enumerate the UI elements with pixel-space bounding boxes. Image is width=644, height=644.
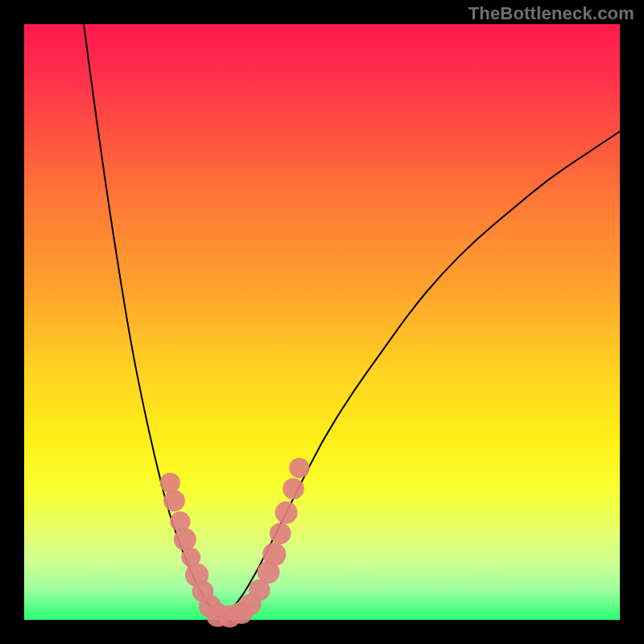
data-marker: [163, 490, 185, 512]
data-marker: [275, 502, 298, 524]
chart-svg: [24, 24, 620, 620]
data-marker: [283, 478, 304, 500]
data-marker: [289, 458, 309, 478]
data-marker: [174, 528, 196, 551]
data-marker: [262, 543, 286, 566]
marker-group: [160, 458, 310, 628]
data-marker: [270, 522, 291, 544]
curve-left-branch: [84, 24, 221, 620]
watermark-text: TheBottleneck.com: [469, 3, 634, 24]
data-marker: [160, 473, 180, 493]
chart-frame: TheBottleneck.com: [0, 0, 644, 644]
plot-area: [24, 24, 620, 620]
